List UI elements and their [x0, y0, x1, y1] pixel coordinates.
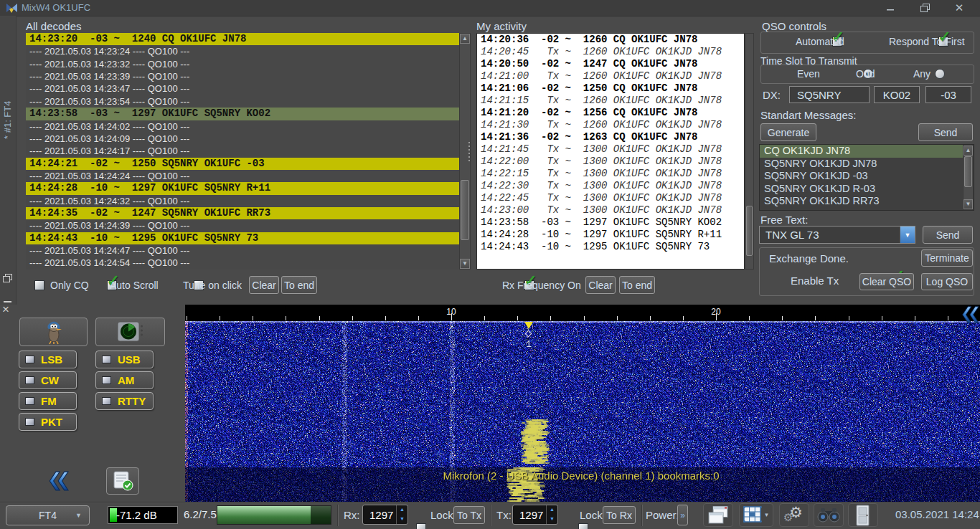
scroll-down-icon[interactable]: ▼	[460, 259, 470, 269]
standard-message-item[interactable]: SQ5NRY OK1KJD JN78	[760, 158, 974, 171]
activity-row[interactable]: 14:22:15 Tx ~ 1300 OK1UFC OK1KJD JN78	[477, 168, 744, 180]
log-qso-button[interactable]: Log QSO	[921, 273, 973, 290]
windows-cascade-button[interactable]	[703, 503, 733, 527]
decode-row[interactable]: ---- 2021.05.03 14:24:17 ---- QO100 ---	[26, 145, 459, 157]
my-activity-scrollbar[interactable]	[745, 33, 754, 270]
activity-row[interactable]: 14:22:30 Tx ~ 1300 OK1UFC OK1KJD JN78	[477, 180, 744, 192]
mode-button-cw[interactable]: CW	[19, 371, 77, 389]
send-button[interactable]: Send	[918, 123, 973, 141]
generate-button[interactable]: Generate	[760, 123, 816, 141]
standard-message-item[interactable]: SQ5NRY OK1KJD 73	[760, 208, 974, 211]
activity-row[interactable]: 14:21:36 -02 ~ 1263 CQ OK1UFC JN78	[477, 131, 744, 143]
decode-row[interactable]: 14:24:28 -10 ~ 1297 OK1UFC SQ5NRY R+11	[26, 182, 459, 194]
decode-row[interactable]: ---- 2021.05.03 14:24:54 ---- QO100 ---	[26, 257, 459, 269]
activity-row[interactable]: 14:21:15 Tx ~ 1260 OK1UFC OK1KJD JN78	[477, 95, 744, 107]
channel-restore-icon[interactable]	[3, 272, 12, 285]
scroll-up-icon[interactable]: ▲	[460, 34, 470, 44]
decode-row[interactable]: ---- 2021.05.03 14:24:47 ---- QO100 ---	[26, 244, 459, 257]
decode-row[interactable]: 14:23:20 -03 ~ 1240 CQ OK1UFC JN78	[26, 33, 459, 45]
mode-button-lsb[interactable]: LSB	[19, 351, 77, 368]
decode-row[interactable]: ---- 2021.05.03 14:24:39 ---- QO100 ---	[26, 219, 459, 232]
restore-button[interactable]	[914, 0, 936, 16]
activity-row[interactable]: 14:23:58 -03 ~ 1297 OK1UFC SQ5NRY KO02	[477, 216, 744, 229]
mode-button-usb[interactable]: USB	[95, 351, 154, 368]
tx-to-rx-button[interactable]: To Rx	[603, 506, 636, 524]
decode-row[interactable]: ---- 2021.05.03 14:23:24 ---- QO100 ---	[26, 45, 459, 57]
activity-row[interactable]: 14:21:30 Tx ~ 1260 OK1UFC OK1KJD JN78	[477, 119, 744, 131]
decode-row[interactable]: 14:24:35 -02 ~ 1247 SQ5NRY OK1UFC RR73	[26, 207, 459, 219]
decode-row[interactable]: 14:24:43 -10 ~ 1295 OK1UFC SQ5NRY 73	[26, 232, 459, 244]
activity-row[interactable]: 14:22:00 Tx ~ 1300 OK1UFC OK1KJD JN78	[477, 156, 744, 168]
rx-frequency-spinner[interactable]: 1297 ▲▼	[362, 505, 408, 525]
decode-row[interactable]: ---- 2021.05.03 14:23:47 ---- QO100 ---	[26, 82, 459, 95]
decodes-clear-button[interactable]: Clear	[249, 276, 279, 294]
activity-row[interactable]: 14:21:06 -02 ~ 1250 CQ OK1UFC JN78	[477, 82, 744, 95]
spinner-arrows-icon[interactable]: ▲▼	[396, 505, 407, 524]
clear-qso-button[interactable]: Clear QSO	[859, 273, 914, 290]
activity-row[interactable]: 14:21:45 Tx ~ 1300 OK1UFC OK1KJD JN78	[477, 143, 744, 156]
activity-row[interactable]: 14:24:43 -10 ~ 1295 OK1UFC SQ5NRY 73	[477, 241, 744, 253]
mode-button-fm[interactable]: FM	[19, 392, 77, 410]
waterfall-frequency-ruler[interactable]: 1020	[185, 305, 980, 321]
decode-row[interactable]: ---- 2021.05.03 14:24:09 ---- QO100 ---	[26, 133, 459, 145]
activity-row[interactable]: 14:24:28 -10 ~ 1297 OK1UFC SQ5NRY R+11	[477, 229, 744, 241]
activity-row[interactable]: 14:21:00 Tx ~ 1260 OK1UFC OK1KJD JN78	[477, 70, 744, 82]
dx-grid-field[interactable]: KO02	[874, 86, 920, 103]
standard-message-item[interactable]: CQ OK1KJD JN78	[760, 145, 974, 158]
activity-row[interactable]: 14:23:00 Tx ~ 1300 OK1UFC OK1KJD JN78	[477, 204, 744, 216]
dx-report-field[interactable]: -03	[925, 86, 971, 103]
decode-row[interactable]: ---- 2021.05.03 14:24:02 ---- QO100 ---	[26, 120, 459, 133]
scroll-up-icon[interactable]: ▲	[963, 146, 973, 156]
decode-row[interactable]: ---- 2021.05.03 14:23:39 ---- QO100 ---	[26, 70, 459, 82]
dx-call-field[interactable]: SQ5NRY	[789, 86, 870, 103]
scroll-down-icon[interactable]: ▼	[963, 199, 973, 209]
decode-row[interactable]: 14:23:58 -03 ~ 1297 OK1UFC SQ5NRY KO02	[26, 108, 459, 120]
tx-frequency-value[interactable]: 1297	[513, 509, 546, 521]
decode-row[interactable]: ---- 2021.05.03 14:24:24 ---- QO100 ---	[26, 170, 459, 182]
channel-close-icon[interactable]: ×	[2, 302, 9, 317]
mode-button-rtty[interactable]: RTTY	[95, 392, 154, 410]
mode-select-combobox[interactable]: FT4 ▼	[6, 505, 90, 525]
standard-message-item[interactable]: SQ5NRY OK1KJD R-03	[760, 183, 974, 196]
search-button[interactable]	[814, 503, 844, 527]
decode-row[interactable]: ---- 2021.05.03 14:23:32 ---- QO100 ---	[26, 58, 459, 70]
activity-row[interactable]: 14:20:50 -02 ~ 1247 CQ OK1UFC JN78	[477, 58, 744, 70]
activity-row[interactable]: 14:20:45 Tx ~ 1260 OK1UFC OK1KJD JN78	[477, 46, 744, 58]
decode-row[interactable]: ---- 2021.05.03 14:24:32 ---- QO100 ---	[26, 195, 459, 207]
scrollbar-thumb[interactable]	[461, 180, 469, 240]
lock-tx-checkbox[interactable]	[578, 523, 588, 529]
exit-button[interactable]	[848, 503, 878, 527]
mode-button-pkt[interactable]: PKT	[19, 413, 77, 431]
messages-scrollbar[interactable]: ▲ ▼	[963, 145, 974, 210]
activity-row[interactable]: 14:22:45 Tx ~ 1300 OK1UFC OK1KJD JN78	[477, 192, 744, 204]
free-text-combobox[interactable]: TNX GL 73 ▼	[759, 226, 915, 244]
decode-row[interactable]: ---- 2021.05.03 14:23:54 ---- QO100 ---	[26, 95, 459, 108]
rx-frequency-value[interactable]: 1297	[363, 509, 396, 521]
layout-grid-button[interactable]: ▼	[739, 503, 773, 527]
scrollbar-thumb[interactable]	[964, 156, 972, 187]
only-cq-checkbox[interactable]	[34, 280, 44, 290]
standard-message-item[interactable]: SQ5NRY OK1KJD RR73	[760, 195, 974, 208]
channel-tab-ft4[interactable]: * #1: FT4	[2, 34, 13, 139]
lock-rx-checkbox[interactable]	[416, 523, 426, 529]
panel-splitter[interactable]	[468, 142, 471, 163]
log-button[interactable]	[106, 467, 139, 495]
spinner-arrows-icon[interactable]: ▲▼	[546, 505, 557, 524]
minimize-button[interactable]	[880, 0, 901, 16]
dropdown-arrow-icon[interactable]: ▼	[900, 227, 915, 243]
activity-row[interactable]: 14:20:36 -02 ~ 1260 CQ OK1UFC JN78	[477, 34, 744, 46]
activity-clear-button[interactable]: Clear	[585, 276, 616, 294]
rx-to-tx-button[interactable]: To Tx	[453, 506, 485, 524]
standard-message-item[interactable]: SQ5NRY OK1KJD -03	[760, 170, 974, 183]
power-expand-button[interactable]: »	[677, 505, 688, 525]
close-button[interactable]: ✕	[948, 0, 970, 16]
scrollbar-thumb[interactable]	[746, 206, 753, 256]
activity-row[interactable]: 14:21:20 -02 ~ 1256 CQ OK1UFC JN78	[477, 107, 744, 119]
settings-button[interactable]: ⚙ ⚙	[779, 503, 809, 527]
waterfall-display[interactable]: 1020 1 Mikrofon (2 - USB Audio Device) (…	[185, 305, 980, 502]
mode-button-am[interactable]: AM	[95, 371, 154, 389]
rx-marker-icon[interactable]	[524, 322, 533, 329]
tx-frequency-spinner[interactable]: 1297 ▲▼	[512, 505, 558, 525]
radar-button[interactable]	[95, 318, 165, 346]
activity-to-end-button[interactable]: To end	[619, 276, 655, 294]
